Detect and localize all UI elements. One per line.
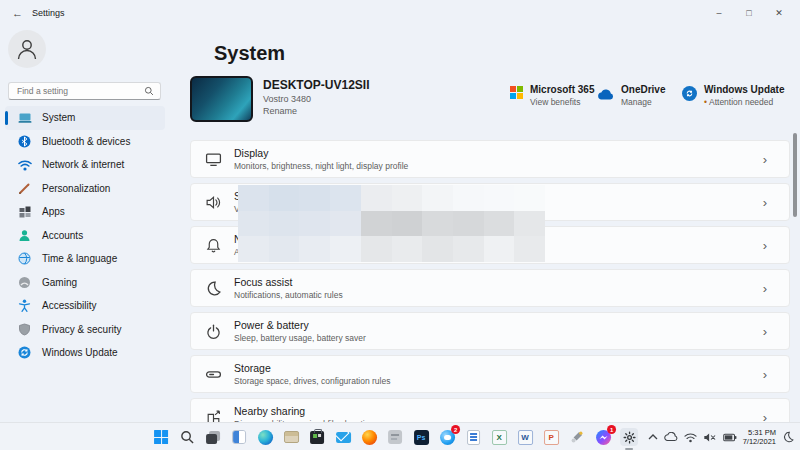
settings-gear-icon xyxy=(623,431,636,444)
window-title: Settings xyxy=(32,8,65,18)
system-icon xyxy=(17,110,32,125)
apps-icon xyxy=(17,204,32,219)
sidebar-item-personalization[interactable]: Personalization xyxy=(5,177,165,201)
start-button[interactable] xyxy=(152,428,170,446)
taskbar-search-button[interactable] xyxy=(178,428,196,446)
sidebar-item-label: Personalization xyxy=(42,183,110,194)
device-model: Vostro 3480 xyxy=(263,94,311,104)
selected-accent-bar xyxy=(5,111,8,125)
row-display[interactable]: Display Monitors, brightness, night ligh… xyxy=(190,140,790,178)
chevron-right-icon: › xyxy=(763,324,767,339)
onedrive-tray-icon[interactable] xyxy=(664,432,678,442)
firefox-icon xyxy=(362,430,377,445)
row-nearby-sharing[interactable]: Nearby sharing Discoverability, received… xyxy=(190,398,790,422)
sidebar-item-time-language[interactable]: Time & language xyxy=(5,247,165,271)
edge-icon xyxy=(258,430,273,445)
settings-app-button[interactable] xyxy=(620,428,638,446)
sidebar-item-apps[interactable]: Apps xyxy=(5,200,165,224)
minimize-button[interactable]: – xyxy=(704,0,734,26)
promo-microsoft-365[interactable]: Microsoft 365 View benefits xyxy=(510,84,594,107)
taskbar-clock[interactable]: 5:31 PM 7/12/2021 xyxy=(743,428,776,446)
sidebar-item-label: Accessibility xyxy=(42,300,96,311)
power-icon xyxy=(205,323,222,340)
promo-windows-update[interactable]: Windows Update •Attention needed xyxy=(682,84,784,107)
settings-list: Display Monitors, brightness, night ligh… xyxy=(190,140,790,422)
tools-app-button[interactable] xyxy=(568,428,586,446)
sidebar-item-label: Network & internet xyxy=(42,159,124,170)
excel-button[interactable]: X xyxy=(490,428,508,446)
row-title: Power & battery xyxy=(234,319,366,331)
mail-icon xyxy=(336,432,351,443)
gaming-icon xyxy=(17,275,32,290)
volume-muted-icon[interactable] xyxy=(703,432,717,443)
promo-onedrive[interactable]: OneDrive Manage xyxy=(597,84,665,107)
widgets-button[interactable] xyxy=(230,428,248,446)
sidebar-item-accounts[interactable]: Accounts xyxy=(5,224,165,248)
file-explorer-icon xyxy=(284,431,299,443)
task-view-button[interactable] xyxy=(204,428,222,446)
close-button[interactable]: ✕ xyxy=(764,0,794,26)
user-avatar[interactable] xyxy=(8,30,46,68)
promo-title: OneDrive xyxy=(621,84,665,95)
back-button[interactable]: ← xyxy=(12,7,23,19)
powerpoint-button[interactable]: P xyxy=(542,428,560,446)
rename-link[interactable]: Rename xyxy=(263,106,297,116)
promo-link[interactable]: View benefits xyxy=(530,97,594,107)
excel-icon: X xyxy=(492,430,507,445)
microsoft-365-icon xyxy=(510,86,523,99)
messenger-button[interactable]: 1 xyxy=(594,428,612,446)
focus-assist-moon-icon[interactable] xyxy=(782,431,794,443)
sidebar-item-accessibility[interactable]: Accessibility xyxy=(5,294,165,318)
row-power-battery[interactable]: Power & battery Sleep, battery usage, ba… xyxy=(190,312,790,350)
device-thumbnail xyxy=(190,76,253,122)
row-subtitle: Sleep, battery usage, battery saver xyxy=(234,333,366,343)
promo-link[interactable]: Manage xyxy=(621,97,665,107)
edge-button[interactable] xyxy=(256,428,274,446)
word-button[interactable]: W xyxy=(516,428,534,446)
system-tray: 5:31 PM 7/12/2021 xyxy=(648,423,794,450)
person-icon xyxy=(14,36,40,62)
task-view-icon xyxy=(206,431,220,444)
chevron-right-icon: › xyxy=(763,410,767,423)
promo-title: Microsoft 365 xyxy=(530,84,594,95)
file-explorer-button[interactable] xyxy=(282,428,300,446)
sidebar-item-bluetooth[interactable]: Bluetooth & devices xyxy=(5,130,165,154)
sidebar-item-system[interactable]: System xyxy=(5,106,165,130)
sidebar-item-label: Time & language xyxy=(42,253,117,264)
chat-app-button[interactable]: 2 xyxy=(438,428,456,446)
sound-icon xyxy=(205,194,222,211)
tray-chevron-up-icon[interactable] xyxy=(648,433,658,441)
mail-button[interactable] xyxy=(334,428,352,446)
promo-title: Windows Update xyxy=(704,84,784,95)
photoshop-button[interactable]: Ps xyxy=(412,428,430,446)
chevron-right-icon: › xyxy=(763,238,767,253)
focus-assist-icon xyxy=(205,280,222,297)
notes-app-icon xyxy=(467,430,480,445)
titlebar: ← Settings – □ ✕ xyxy=(0,0,800,26)
store-button[interactable] xyxy=(308,428,326,446)
firefox-button[interactable] xyxy=(360,428,378,446)
row-storage[interactable]: Storage Storage space, drives, configura… xyxy=(190,355,790,393)
windows-logo-icon xyxy=(154,430,168,444)
sidebar-item-windows-update[interactable]: Windows Update xyxy=(5,341,165,365)
powerpoint-icon: P xyxy=(544,430,559,445)
scrollbar[interactable] xyxy=(793,133,797,217)
sidebar-item-gaming[interactable]: Gaming xyxy=(5,271,165,295)
wifi-icon[interactable] xyxy=(684,432,697,443)
promo-link[interactable]: •Attention needed xyxy=(704,97,784,107)
word-icon: W xyxy=(518,430,533,445)
search-input[interactable] xyxy=(9,86,144,96)
battery-icon[interactable] xyxy=(723,433,737,442)
clock-time: 5:31 PM xyxy=(743,428,776,437)
gray-app-button[interactable] xyxy=(386,428,404,446)
restore-button[interactable]: □ xyxy=(734,0,764,26)
nearby-sharing-icon xyxy=(205,409,222,423)
sidebar-item-network[interactable]: Network & internet xyxy=(5,153,165,177)
notification-badge: 1 xyxy=(607,425,616,434)
row-focus-assist[interactable]: Focus assist Notifications, automatic ru… xyxy=(190,269,790,307)
notes-app-button[interactable] xyxy=(464,428,482,446)
sidebar-item-privacy[interactable]: Privacy & security xyxy=(5,318,165,342)
taskbar: Ps 2 X W P 1 xyxy=(0,422,800,450)
sidebar-item-label: Bluetooth & devices xyxy=(42,136,130,147)
clock-date: 7/12/2021 xyxy=(743,437,776,446)
